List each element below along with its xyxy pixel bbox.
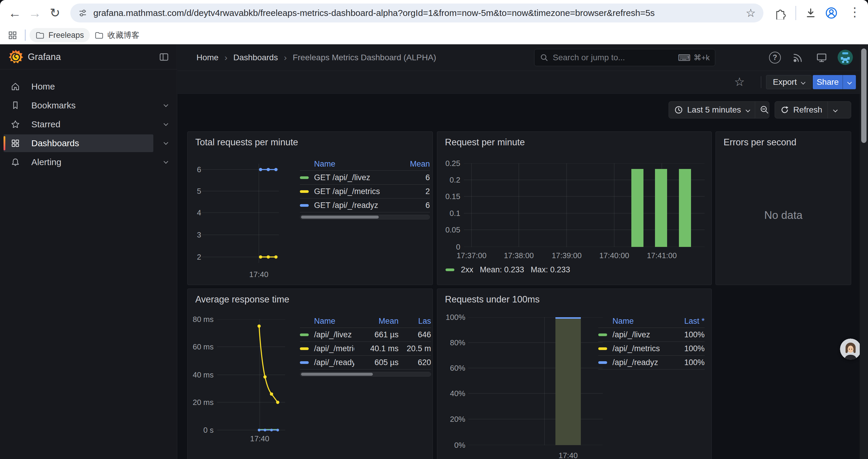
grafana-logo[interactable] <box>8 49 24 65</box>
share-button[interactable]: Share <box>813 75 843 89</box>
legend-table: Name Mean Las /api/_/livez 661 µs 646 /a… <box>300 315 431 376</box>
forward-icon[interactable]: → <box>27 5 43 21</box>
legend-col-last[interactable]: Last * <box>669 317 705 326</box>
chevron-down-icon[interactable] <box>164 121 168 126</box>
bookmark-folder-freeleaps[interactable]: Freeleaps <box>30 28 90 42</box>
bookmark-folder-blogs[interactable]: 收藏博客 <box>89 28 145 42</box>
clock-icon <box>674 105 683 114</box>
chevron-down-icon[interactable] <box>164 159 168 164</box>
series-color-pill <box>598 333 607 336</box>
sidebar-header: Grafana <box>0 44 177 69</box>
y-tick-label: 100% <box>440 313 465 322</box>
browser-menu-icon[interactable]: ⋮ <box>848 5 861 19</box>
sidebar-collapse-icon[interactable] <box>159 52 169 62</box>
y-tick-label: 60% <box>440 364 465 372</box>
share-split-button: Share <box>813 75 856 89</box>
share-dropdown-button[interactable] <box>843 75 856 89</box>
breadcrumb-home[interactable]: Home <box>196 53 219 62</box>
actions-divider <box>761 76 761 88</box>
grafana-brand-text: Grafana <box>28 44 61 69</box>
sidebar-item-starred[interactable]: Starred <box>0 116 177 133</box>
dashboard-canvas: Last 5 minutes <box>178 94 868 459</box>
breadcrumb-separator: › <box>224 53 227 63</box>
zoom-out-button[interactable] <box>755 102 774 118</box>
back-icon[interactable]: ← <box>6 5 23 21</box>
refresh-button[interactable]: Refresh <box>775 102 828 118</box>
y-tick-label: 80 ms <box>190 315 214 324</box>
monitor-icon[interactable] <box>816 52 828 64</box>
legend-col-mean[interactable]: Mean <box>395 160 430 169</box>
panel-title[interactable]: Errors per second <box>723 137 796 148</box>
export-button[interactable]: Export <box>766 75 812 89</box>
grafana-app: Grafana Home <box>0 44 868 459</box>
panel-title[interactable]: Requests under 100ms <box>445 294 540 305</box>
chevron-down-icon[interactable] <box>164 140 168 145</box>
y-tick-label: 0 <box>440 242 460 251</box>
bookmark-star-icon[interactable]: ☆ <box>746 6 756 20</box>
bookmark-label: Freeleaps <box>49 31 84 40</box>
help-icon[interactable]: ? <box>769 52 781 64</box>
reload-icon[interactable]: ↻ <box>47 5 63 21</box>
y-tick-label: 5 <box>190 187 201 196</box>
x-tick-label: 17:39:00 <box>541 251 592 260</box>
legend-header: Name Mean Las <box>300 315 431 328</box>
y-tick-label: 3 <box>190 230 201 239</box>
legend-col-mean[interactable]: Mean <box>354 317 399 326</box>
refresh-icon <box>780 105 789 114</box>
breadcrumb-dashboards[interactable]: Dashboards <box>234 53 278 62</box>
panel-title[interactable]: Average response time <box>195 294 289 305</box>
assistant-avatar[interactable] <box>840 338 861 360</box>
series-color-pill <box>300 176 309 179</box>
legend-row[interactable]: /api/_/readyz 100% <box>598 356 705 369</box>
legend-row[interactable]: /api/_/readyz 605 µs 620 <box>300 356 431 369</box>
panel-request-per-minute: Request per minute 0.25 0.2 0.15 0.1 0.0… <box>437 131 712 285</box>
legend-row[interactable]: GET /api/_/readyz 6 <box>300 198 430 212</box>
bar-2xx <box>679 169 691 247</box>
x-tick-label: 17:40 <box>233 434 286 443</box>
legend-row[interactable]: /api/_/livez 100% <box>598 328 705 342</box>
apps-grid-icon[interactable] <box>8 30 18 40</box>
legend-row[interactable]: GET /api/_/livez 6 <box>300 171 430 185</box>
series-color-pill <box>598 347 607 350</box>
scrollbar-thumb[interactable] <box>861 48 867 143</box>
y-tick-label: 0.05 <box>440 225 460 234</box>
legend-max: Max: 0.233 <box>531 265 570 274</box>
profile-icon[interactable] <box>825 6 838 20</box>
sidebar-item-alerting[interactable]: Alerting <box>0 153 177 171</box>
legend-row[interactable]: GET /api/_/metrics 2 <box>300 185 430 198</box>
refresh-label: Refresh <box>793 105 822 114</box>
sidebar-item-dashboards[interactable]: Dashboards <box>0 134 177 152</box>
toolbar-divider <box>795 6 796 20</box>
panel-title[interactable]: Total requests per minute <box>195 137 298 148</box>
legend-row[interactable]: /api/_/metrics 40.1 ms 20.5 m <box>300 342 431 356</box>
legend-row[interactable]: /api/_/metrics 100% <box>598 342 705 356</box>
site-settings-icon[interactable] <box>78 8 88 18</box>
downloads-icon[interactable] <box>805 7 816 19</box>
time-range-picker[interactable]: Last 5 minutes <box>669 102 755 118</box>
legend-row[interactable]: /api/_/livez 661 µs 646 <box>300 328 431 342</box>
url-bar[interactable]: grafana.mathmast.com/d/deytv4rwavabkb/fr… <box>70 4 764 23</box>
legend-scrollbar[interactable] <box>300 372 431 376</box>
page-scrollbar[interactable] <box>860 44 868 459</box>
series-color-pill <box>300 204 309 207</box>
legend[interactable]: 2xx Mean: 0.233 Max: 0.233 <box>445 265 570 274</box>
user-avatar[interactable] <box>838 50 853 65</box>
panel-title[interactable]: Request per minute <box>445 137 525 148</box>
legend-col-name[interactable]: Name <box>300 160 395 169</box>
y-tick-label: 4 <box>190 208 201 217</box>
legend-col-last[interactable]: Las <box>399 317 431 326</box>
favorite-star-icon[interactable]: ☆ <box>734 75 745 89</box>
legend-col-name[interactable]: Name <box>598 317 669 326</box>
breadcrumb-current: Freeleaps Metrics Dashboard (ALPHA) <box>293 53 436 62</box>
series-color-pill <box>300 190 309 193</box>
sidebar-item-home[interactable]: Home <box>0 78 177 95</box>
rss-news-icon[interactable] <box>792 52 804 64</box>
refresh-interval-dropdown[interactable] <box>828 102 842 118</box>
legend-scrollbar[interactable] <box>300 215 430 220</box>
legend-col-name[interactable]: Name <box>300 317 354 326</box>
refresh-controls: Refresh <box>775 101 851 119</box>
sidebar-item-bookmarks[interactable]: Bookmarks <box>0 97 177 114</box>
extensions-icon[interactable] <box>773 7 786 20</box>
search-input[interactable]: Search or jump to... ⌨ ⌘+k <box>534 49 715 66</box>
chevron-down-icon[interactable] <box>164 102 168 107</box>
